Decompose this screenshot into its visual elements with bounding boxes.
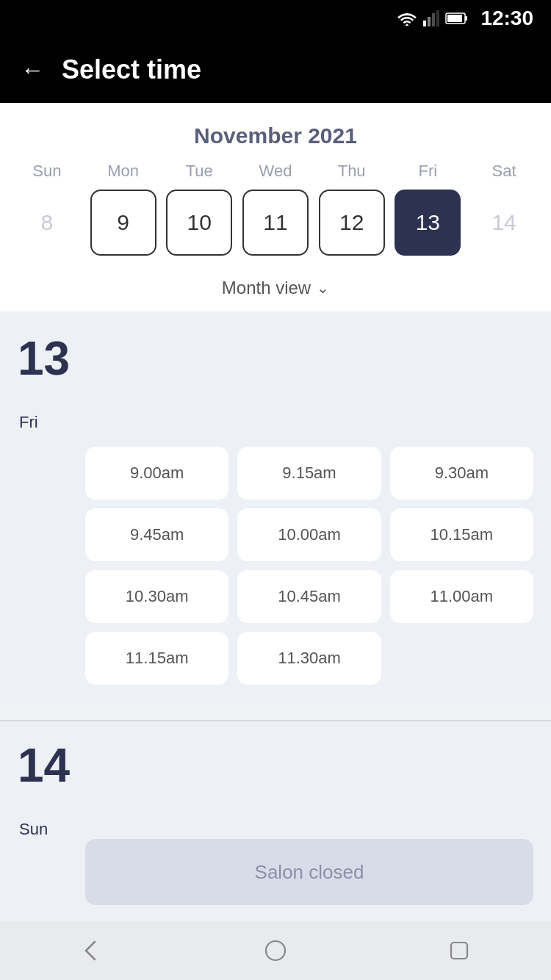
weekday-thu: Thu bbox=[319, 162, 385, 181]
time-slot-10[interactable]: 11.30am bbox=[237, 632, 381, 685]
date-14[interactable]: 14 bbox=[471, 190, 537, 256]
time-slot-9[interactable]: 11.15am bbox=[85, 632, 228, 685]
header: ← Select time bbox=[0, 37, 551, 103]
calendar-section: November 2021 Sun Mon Tue Wed Thu Fri Sa… bbox=[0, 103, 551, 311]
status-bar: 12:30 bbox=[0, 0, 551, 37]
time-slot-6[interactable]: 10.30am bbox=[85, 570, 228, 623]
weekday-tue: Tue bbox=[166, 162, 232, 181]
closed-section-14: 14 Sun Salon closed bbox=[0, 721, 551, 929]
time-slot-2[interactable]: 9.30am bbox=[390, 447, 533, 500]
date-9[interactable]: 9 bbox=[90, 190, 156, 256]
closed-day-name: Sun bbox=[19, 820, 84, 839]
time-section-13: 13 Fri 9.00am 9.15am 9.30am 9.45am 10.00… bbox=[0, 311, 551, 702]
time-slot-3[interactable]: 9.45am bbox=[85, 508, 228, 561]
status-icons: 12:30 bbox=[397, 7, 533, 30]
dates-row: 8 9 10 11 12 13 14 bbox=[0, 190, 551, 269]
chevron-down-icon: ⌄ bbox=[317, 279, 329, 297]
month-view-label: Month view bbox=[222, 278, 311, 298]
time-slot-1[interactable]: 9.15am bbox=[237, 447, 381, 500]
date-10[interactable]: 10 bbox=[166, 190, 232, 256]
weekday-sun: Sun bbox=[14, 162, 80, 181]
svg-point-7 bbox=[266, 941, 285, 960]
day-name-13: Fri bbox=[19, 413, 84, 432]
svg-rect-6 bbox=[447, 15, 462, 22]
svg-rect-8 bbox=[451, 943, 467, 959]
home-nav-icon bbox=[262, 937, 289, 964]
weekday-wed: Wed bbox=[242, 162, 309, 181]
svg-rect-0 bbox=[423, 21, 426, 26]
back-nav-icon bbox=[79, 937, 105, 964]
day-header-13: 13 Fri bbox=[18, 335, 533, 432]
bottom-nav bbox=[0, 921, 551, 980]
nav-back-button[interactable] bbox=[73, 932, 110, 969]
back-button[interactable]: ← bbox=[21, 57, 44, 84]
nav-recents-button[interactable] bbox=[441, 932, 478, 969]
status-time: 12:30 bbox=[480, 7, 533, 30]
date-8[interactable]: 8 bbox=[14, 190, 80, 256]
weekday-sat: Sat bbox=[471, 162, 537, 181]
svg-rect-3 bbox=[436, 10, 439, 26]
battery-icon bbox=[445, 12, 469, 25]
date-13[interactable]: 13 bbox=[395, 190, 461, 256]
wifi-icon bbox=[397, 10, 417, 26]
month-year-label: November 2021 bbox=[0, 123, 551, 148]
salon-closed-label: Salon closed bbox=[85, 839, 533, 905]
time-slots-grid: 9.00am 9.15am 9.30am 9.45am 10.00am 10.1… bbox=[85, 447, 533, 685]
time-slot-8[interactable]: 11.00am bbox=[390, 570, 533, 623]
time-slot-0[interactable]: 9.00am bbox=[85, 447, 228, 500]
time-slot-4[interactable]: 10.00am bbox=[237, 508, 381, 561]
nav-home-button[interactable] bbox=[257, 932, 294, 969]
time-slot-5[interactable]: 10.15am bbox=[390, 508, 533, 561]
weekday-row: Sun Mon Tue Wed Thu Fri Sat bbox=[0, 162, 551, 181]
signal-icon bbox=[423, 10, 439, 26]
day-number-13: 13 bbox=[18, 335, 84, 382]
date-12[interactable]: 12 bbox=[319, 190, 385, 256]
recents-nav-icon bbox=[446, 937, 472, 964]
weekday-fri: Fri bbox=[395, 162, 461, 181]
weekday-mon: Mon bbox=[90, 162, 156, 181]
month-view-toggle[interactable]: Month view ⌄ bbox=[0, 269, 551, 311]
date-11[interactable]: 11 bbox=[242, 190, 309, 256]
closed-day-header: 14 Sun bbox=[18, 742, 533, 839]
svg-rect-2 bbox=[432, 13, 435, 26]
page-title: Select time bbox=[62, 54, 201, 85]
svg-rect-5 bbox=[465, 16, 467, 21]
time-slot-7[interactable]: 10.45am bbox=[237, 570, 381, 623]
closed-day-number: 14 bbox=[18, 742, 84, 789]
svg-rect-1 bbox=[428, 17, 431, 26]
